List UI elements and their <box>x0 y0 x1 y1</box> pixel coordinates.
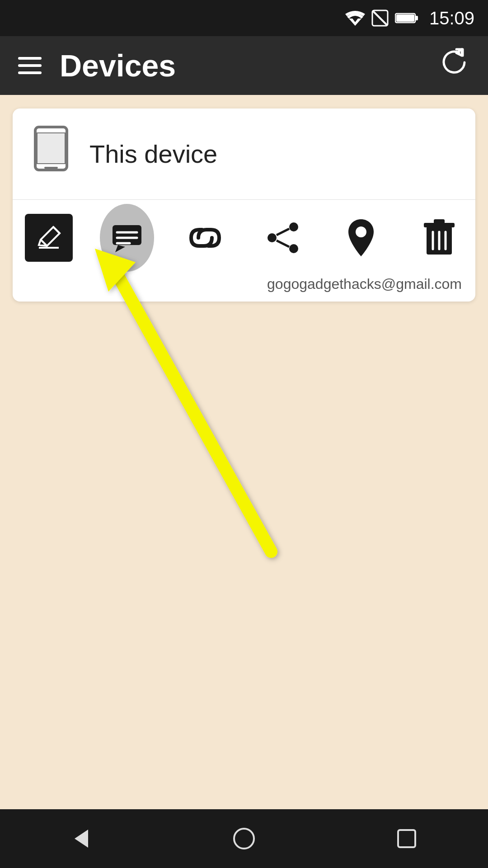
back-button[interactable] <box>54 811 108 866</box>
content-area: This device <box>0 95 488 809</box>
svg-rect-4 <box>396 14 414 22</box>
menu-line-3 <box>18 71 42 74</box>
svg-rect-24 <box>434 219 445 224</box>
status-time: 15:09 <box>429 8 474 28</box>
svg-point-17 <box>289 244 298 253</box>
message-button[interactable] <box>100 211 154 265</box>
sim-icon <box>371 9 389 27</box>
svg-rect-7 <box>37 133 65 164</box>
svg-line-19 <box>277 229 289 235</box>
wifi-icon <box>345 10 365 26</box>
share-button[interactable] <box>256 211 310 265</box>
location-button[interactable] <box>334 211 388 265</box>
svg-line-2 <box>373 11 387 25</box>
page-title: Devices <box>60 48 420 83</box>
battery-icon <box>395 12 418 24</box>
delete-button[interactable] <box>412 211 466 265</box>
device-name: This device <box>89 139 217 169</box>
svg-marker-30 <box>75 830 88 848</box>
device-card: This device <box>13 108 475 302</box>
menu-button[interactable] <box>18 57 42 74</box>
svg-rect-5 <box>415 16 418 20</box>
link-button[interactable] <box>178 211 232 265</box>
svg-rect-11 <box>113 225 141 245</box>
refresh-button[interactable] <box>438 47 470 85</box>
svg-point-31 <box>234 829 254 849</box>
edit-button[interactable] <box>22 211 76 265</box>
svg-marker-0 <box>349 19 361 26</box>
device-email: gogogadgethacks@gmail.com <box>13 276 475 302</box>
svg-marker-12 <box>115 245 125 252</box>
device-actions <box>13 200 475 276</box>
recents-button[interactable] <box>380 811 434 866</box>
menu-line-1 <box>18 57 42 60</box>
svg-point-16 <box>289 222 298 231</box>
home-button[interactable] <box>217 811 271 866</box>
menu-line-2 <box>18 64 42 67</box>
svg-line-28 <box>113 267 271 552</box>
svg-rect-32 <box>398 830 415 847</box>
status-bar: 15:09 <box>0 0 488 36</box>
device-header: This device <box>13 108 475 200</box>
phone-icon <box>31 125 71 183</box>
svg-point-18 <box>267 233 277 242</box>
svg-rect-9 <box>44 167 58 169</box>
status-icons: 15:09 <box>345 8 474 28</box>
svg-line-20 <box>277 241 289 247</box>
bottom-nav <box>0 809 488 868</box>
svg-point-21 <box>356 226 366 237</box>
app-bar: Devices <box>0 36 488 95</box>
